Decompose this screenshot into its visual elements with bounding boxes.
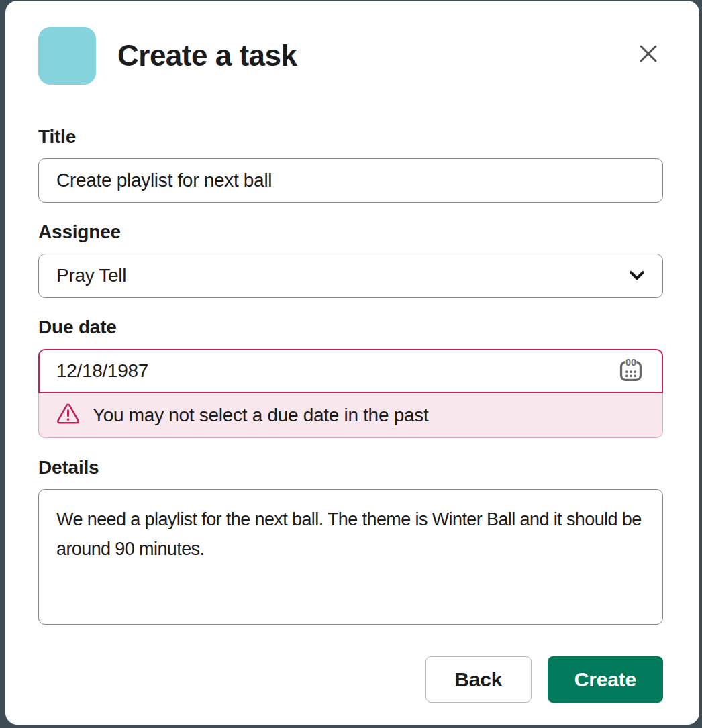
close-icon bbox=[637, 42, 660, 65]
calendar-icon: 00 bbox=[617, 357, 644, 386]
details-field: Details We need a playlist for the next … bbox=[38, 456, 663, 627]
create-button[interactable]: Create bbox=[548, 656, 663, 703]
calendar-button[interactable]: 00 bbox=[616, 356, 646, 386]
back-button[interactable]: Back bbox=[425, 656, 532, 703]
due-date-value: 12/18/1987 bbox=[56, 360, 616, 382]
details-label: Details bbox=[38, 456, 663, 479]
due-date-input[interactable]: 12/18/1987 00 bbox=[38, 349, 663, 393]
chevron-down-icon bbox=[629, 270, 645, 281]
create-task-modal: Create a task Title Assignee Pray Tell bbox=[5, 1, 699, 725]
close-button[interactable] bbox=[634, 39, 663, 68]
app-icon bbox=[38, 27, 96, 85]
task-form: Title Assignee Pray Tell Due date 12/18/… bbox=[38, 125, 663, 627]
assignee-selected-value: Pray Tell bbox=[56, 265, 126, 287]
due-date-label: Due date bbox=[38, 316, 663, 339]
title-input[interactable] bbox=[38, 158, 663, 203]
modal-footer: Back Create bbox=[38, 656, 663, 703]
modal-title: Create a task bbox=[117, 39, 297, 72]
warning-icon bbox=[56, 403, 80, 427]
due-date-field: Due date 12/18/1987 00 bbox=[38, 316, 663, 438]
modal-header: Create a task bbox=[38, 27, 663, 85]
title-label: Title bbox=[38, 125, 663, 148]
assignee-field: Assignee Pray Tell bbox=[38, 221, 663, 298]
assignee-select[interactable]: Pray Tell bbox=[38, 254, 663, 298]
due-date-error-banner: You may not select a due date in the pas… bbox=[38, 393, 663, 438]
assignee-label: Assignee bbox=[38, 221, 663, 244]
title-field: Title bbox=[38, 125, 663, 203]
details-textarea[interactable]: We need a playlist for the next ball. Th… bbox=[38, 489, 663, 625]
svg-text:00: 00 bbox=[625, 357, 636, 368]
due-date-error-text: You may not select a due date in the pas… bbox=[93, 405, 428, 426]
